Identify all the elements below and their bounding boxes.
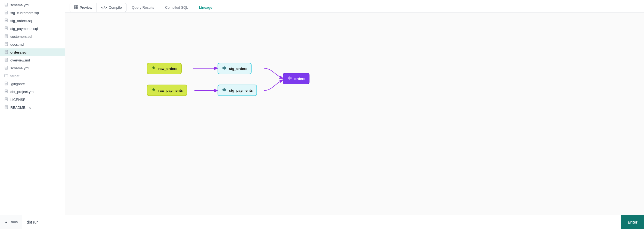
lineage-node-orders[interactable]: orders xyxy=(283,73,309,84)
file-icon xyxy=(4,97,8,102)
lineage-label: Lineage xyxy=(199,5,212,10)
sidebar-item-schema-yml-2[interactable]: schema.yml xyxy=(0,64,65,72)
node-icon xyxy=(151,66,156,72)
sidebar-item-customers-sql[interactable]: customers.sql xyxy=(0,33,65,41)
file-icon xyxy=(4,66,8,70)
node-label: stg_payments xyxy=(229,88,253,92)
svg-rect-54 xyxy=(75,7,76,9)
svg-rect-52 xyxy=(75,5,76,7)
preview-label: Preview xyxy=(80,5,92,10)
runs-label: Runs xyxy=(10,220,18,224)
sidebar-item-label: docs.md xyxy=(10,42,24,47)
file-icon xyxy=(4,82,8,86)
sidebar-item-label: stg_payments.sql xyxy=(10,27,38,31)
sidebar-item-stg-orders-sql[interactable]: stg_orders.sql xyxy=(0,17,65,25)
lineage-node-stg_payments[interactable]: stg_payments xyxy=(218,85,257,96)
sidebar-item-label: overview.md xyxy=(10,58,30,62)
sidebar-item-stg-payments-sql[interactable]: stg_payments.sql xyxy=(0,25,65,33)
lineage-canvas: raw_ordersraw_paymentsstg_ordersstg_paym… xyxy=(65,13,644,215)
runs-input[interactable] xyxy=(22,215,621,229)
svg-rect-53 xyxy=(76,5,78,7)
sidebar-item-stg-customers-sql[interactable]: stg_customers.sql xyxy=(0,9,65,17)
tab-query-results[interactable]: Query Results xyxy=(126,3,160,12)
folder-icon xyxy=(4,74,8,78)
sidebar-item-readme-md[interactable]: README.md xyxy=(0,104,65,112)
sidebar: schema.ymlstg_customers.sqlstg_orders.sq… xyxy=(0,0,65,215)
sidebar-item-label: customers.sql xyxy=(10,35,32,39)
sidebar-item-docs-md[interactable]: docs.md xyxy=(0,41,65,48)
query-results-label: Query Results xyxy=(132,5,154,10)
file-icon xyxy=(4,50,8,55)
file-icon xyxy=(4,42,8,47)
sidebar-item-label: stg_orders.sql xyxy=(10,19,33,23)
file-icon xyxy=(4,3,8,7)
lineage-node-raw_payments[interactable]: raw_payments xyxy=(147,85,187,96)
compile-icon: </> xyxy=(101,6,107,10)
node-icon xyxy=(151,87,156,93)
compiled-sql-label: Compiled SQL xyxy=(165,5,188,10)
sidebar-item-dbt-project-yml[interactable]: dbt_project.yml xyxy=(0,88,65,96)
sidebar-item-schema-yml-1[interactable]: schema.yml xyxy=(0,1,65,9)
file-icon xyxy=(4,18,8,23)
file-icon xyxy=(4,105,8,110)
node-icon xyxy=(222,87,227,93)
sidebar-item-label: orders.sql xyxy=(10,50,27,54)
bottom-bar: ▲ Runs Enter xyxy=(0,215,644,229)
file-icon xyxy=(4,34,8,39)
file-icon xyxy=(4,11,8,15)
tabs-bar: Preview </> Compile Query Results Compil… xyxy=(65,0,644,13)
sidebar-item-target-folder[interactable]: target xyxy=(0,72,65,80)
lineage-svg xyxy=(65,13,644,215)
file-icon xyxy=(4,58,8,63)
sidebar-item-gitignore[interactable]: .gitignore xyxy=(0,80,65,88)
runs-toggle[interactable]: ▲ Runs xyxy=(0,215,22,229)
sidebar-item-label: target xyxy=(10,74,19,78)
sidebar-item-label: schema.yml xyxy=(10,66,29,70)
sidebar-item-label: stg_customers.sql xyxy=(10,11,39,15)
sidebar-item-label: README.md xyxy=(10,106,31,110)
sidebar-item-orders-sql[interactable]: orders.sql xyxy=(0,48,65,56)
enter-button[interactable]: Enter xyxy=(621,215,644,229)
sidebar-item-label: dbt_project.yml xyxy=(10,90,34,94)
lineage-node-stg_orders[interactable]: stg_orders xyxy=(218,63,252,74)
node-label: raw_orders xyxy=(158,67,177,71)
sidebar-item-label: .gitignore xyxy=(10,82,25,86)
preview-button[interactable]: Preview xyxy=(70,3,97,12)
sidebar-item-label: schema.yml xyxy=(10,3,29,7)
node-label: stg_orders xyxy=(229,67,247,71)
lineage-node-raw_orders[interactable]: raw_orders xyxy=(147,63,182,74)
preview-icon xyxy=(74,5,78,10)
node-icon xyxy=(222,66,227,72)
content-area: Preview </> Compile Query Results Compil… xyxy=(65,0,644,215)
file-icon xyxy=(4,26,8,31)
file-icon xyxy=(4,89,8,94)
runs-toggle-icon: ▲ xyxy=(4,220,8,224)
sidebar-item-license[interactable]: LICENSE xyxy=(0,96,65,104)
svg-rect-55 xyxy=(76,7,78,9)
compile-button[interactable]: </> Compile xyxy=(97,3,126,12)
node-icon xyxy=(287,76,292,82)
sidebar-item-label: LICENSE xyxy=(10,98,26,102)
node-label: orders xyxy=(294,77,305,81)
compile-label: Compile xyxy=(109,5,122,10)
tab-lineage[interactable]: Lineage xyxy=(194,3,218,12)
node-label: raw_payments xyxy=(158,88,183,92)
sidebar-item-overview-md[interactable]: overview.md xyxy=(0,56,65,64)
enter-label: Enter xyxy=(628,220,637,224)
tab-compiled-sql[interactable]: Compiled SQL xyxy=(160,3,194,12)
